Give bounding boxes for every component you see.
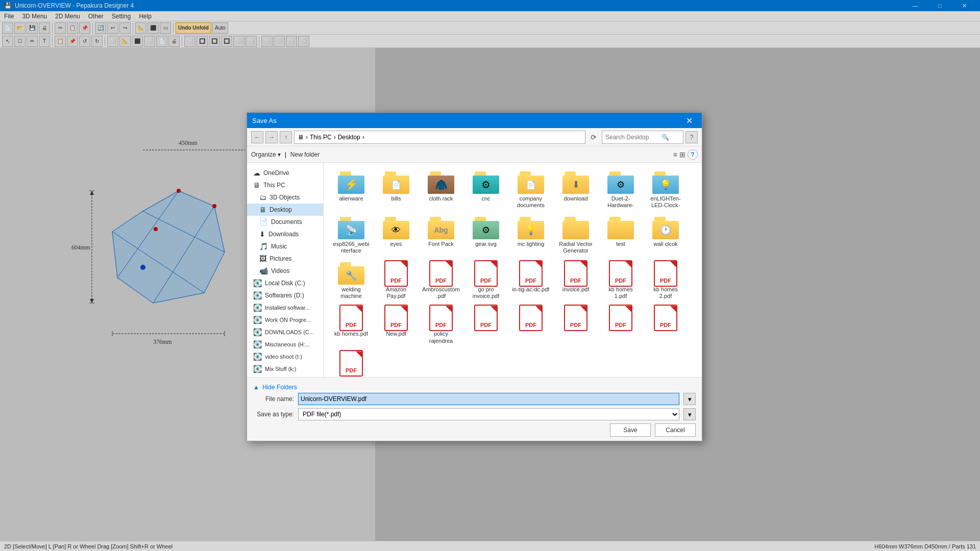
organize-chevron: ▾ [278,151,281,158]
sidebar-item-localdisk[interactable]: 💽 Local Disk (C:) [247,277,323,289]
sidebar-item-softwares[interactable]: 💽 Softwares (D:) [247,289,323,302]
file-cnc[interactable]: ⚙ cnc [464,169,507,212]
organize-label: Organize [251,151,276,158]
file-policyrajendrea[interactable]: PDF policy rajendrea parsad.pdf [420,304,462,347]
sidebar-item-video[interactable]: 💽 video shoot (I:) [247,350,323,363]
file-enlighten[interactable]: 💡 enLIGHTen-LED-Clock-master [644,169,687,212]
file-new[interactable]: PDF New.pdf [375,304,418,347]
filename-dropdown-btn[interactable]: ▾ [683,393,696,405]
search-box[interactable]: 🔍 [602,131,683,144]
toolbar-sep: | [285,151,286,158]
save-as-dialog: Save As ✕ ← → ↑ 🖥 › This PC › Desktop › … [247,112,702,441]
file-pdf6[interactable]: PDF [330,349,373,377]
hide-folders-chevron: ▲ [253,384,259,391]
filetype-row: Save as type: PDF file(*.pdf) ▾ [253,408,696,420]
filename-input[interactable] [298,393,679,405]
misc-icon: 💽 [253,340,262,348]
dialog-actions: Save Cancel [610,423,696,437]
help-button[interactable]: ? [688,149,698,160]
file-companydocs[interactable]: 📄 company documents [509,169,552,212]
file-clothrack[interactable]: 🧥 cloth rack [420,169,462,212]
sidebar-item-3dobjects[interactable]: 🗂 3D Objects [247,191,323,204]
dialog-toolbar: Organize ▾ | New folder ≡ ⊞ ? [247,146,702,163]
mixstuff-icon: 💽 [253,365,262,373]
videos-icon: 📹 [259,267,268,275]
dialog-sidebar: ☁ OneDrive 🖥 This PC 🗂 3D Objects 🖥 Desk… [247,163,324,377]
file-wallclock[interactable]: 🕐 wall clcok [644,214,687,258]
file-eyes[interactable]: 👁 eyes [375,214,418,258]
dialog-title-text: Save As [252,117,277,124]
file-pdf3[interactable]: PDF [554,304,597,347]
breadcrumb[interactable]: 🖥 › This PC › Desktop › [294,131,585,144]
file-duet2[interactable]: ⚙ Duet-2-Hardware-master [599,169,642,212]
breadcrumb-computer: 🖥 [298,134,304,141]
back-button[interactable]: ← [251,131,263,143]
sidebar-item-mixstuff[interactable]: 💽 Mix Stuff (k:) [247,363,323,375]
sidebar-item-installed[interactable]: 💽 Installed softwar... [247,302,323,314]
file-weldingmachine[interactable]: 🔧 welding machine [330,260,373,302]
help-nav-button[interactable]: ? [685,131,698,143]
sidebar-item-thispc[interactable]: 🖥 This PC [247,179,323,191]
hide-folders-label: Hide Folders [262,384,297,391]
breadcrumb-sep2: › [334,134,336,141]
filename-label: File name: [253,395,294,403]
file-kbhomes[interactable]: PDF kb homes.pdf [330,304,373,347]
file-goproinvoice[interactable]: PDF go pro invoice.pdf [464,260,507,302]
downloads-icon: ⬇ [259,230,265,238]
sidebar-item-onedrive[interactable]: ☁ OneDrive [247,167,323,179]
file-pdf2[interactable]: PDF [509,304,552,347]
save-button[interactable]: Save [610,423,651,437]
file-radialvector[interactable]: Radial Vector Generator v1.5a [554,214,597,258]
file-area: ⚡ alienware 📄 bills � [324,163,702,377]
filetype-dropdown-btn[interactable]: ▾ [683,408,696,420]
dialog-body: ☁ OneDrive 🖥 This PC 🗂 3D Objects 🖥 Desk… [247,163,702,377]
search-input[interactable] [605,134,662,141]
up-button[interactable]: ↑ [280,131,292,143]
view-grid-button[interactable]: ⊞ [679,151,685,159]
file-intigacdc[interactable]: PDF in-tig-ac-dc.pdf [509,260,552,302]
file-test[interactable]: test [599,214,642,258]
file-invoice[interactable]: PDF invoice.pdf [554,260,597,302]
pictures-icon: 🖼 [259,255,266,263]
view-list-button[interactable]: ≡ [673,151,677,159]
workon-icon: 💽 [253,316,262,324]
sidebar-item-desktop[interactable]: 🖥 Desktop [247,204,323,216]
thispc-icon: 🖥 [253,181,260,189]
file-mclighting[interactable]: 💡 mc lighting [509,214,552,258]
file-ambroscustom[interactable]: PDF Ambroscustom.pdf [420,260,462,302]
sidebar-item-videos[interactable]: 📹 Videos [247,265,323,277]
sidebar-item-workon[interactable]: 💽 Work ON Progre... [247,314,323,326]
file-esp8266[interactable]: 📡 esp8266_webinterface [330,214,373,258]
refresh-button[interactable]: ⟳ [587,131,600,143]
sidebar-item-documents[interactable]: 📄 Documents [247,216,323,228]
dialog-close-button[interactable]: ✕ [681,113,697,128]
sidebar-item-misc[interactable]: 💽 Misclaneous (H:... [247,338,323,350]
file-kbhomes2[interactable]: PDF kb homes 2.pdf [644,260,687,302]
video-icon: 💽 [253,353,262,361]
file-pdf4[interactable]: PDF [599,304,642,347]
file-bills[interactable]: 📄 bills [375,169,418,212]
organize-button[interactable]: Organize ▾ [251,151,281,158]
dialog-bottom: ▲ Hide Folders File name: ▾ Save as type… [247,377,702,441]
3dobjects-icon: 🗂 [259,193,266,202]
search-icon: 🔍 [662,134,669,141]
hide-folders-toggle[interactable]: ▲ Hide Folders [253,382,696,393]
forward-button[interactable]: → [265,131,278,143]
file-kbhomes1[interactable]: PDF kb homes 1.pdf [599,260,642,302]
onedrive-icon: ☁ [253,169,260,177]
file-fontpack[interactable]: Abg Font Pack [420,214,462,258]
cancel-button[interactable]: Cancel [655,423,696,437]
file-pdf1[interactable]: PDF [464,304,507,347]
sidebar-item-music[interactable]: 🎵 Music [247,240,323,253]
file-alienware[interactable]: ⚡ alienware [330,169,373,212]
filetype-select[interactable]: PDF file(*.pdf) [298,408,679,420]
sidebar-item-pictures[interactable]: 🖼 Pictures [247,253,323,265]
sidebar-item-downloads2[interactable]: 💽 DOWNLOADS (C... [247,326,323,338]
file-download[interactable]: ⬇ download [554,169,597,212]
file-amazonpay[interactable]: PDF Amazon Pay.pdf [375,260,418,302]
file-pdf5[interactable]: PDF [644,304,687,347]
file-gearsvg[interactable]: ⚙ gear.svg [464,214,507,258]
sidebar-item-downloads[interactable]: ⬇ Downloads [247,228,323,240]
new-folder-button[interactable]: New folder [290,151,320,158]
desktop-icon: 🖥 [259,206,266,214]
